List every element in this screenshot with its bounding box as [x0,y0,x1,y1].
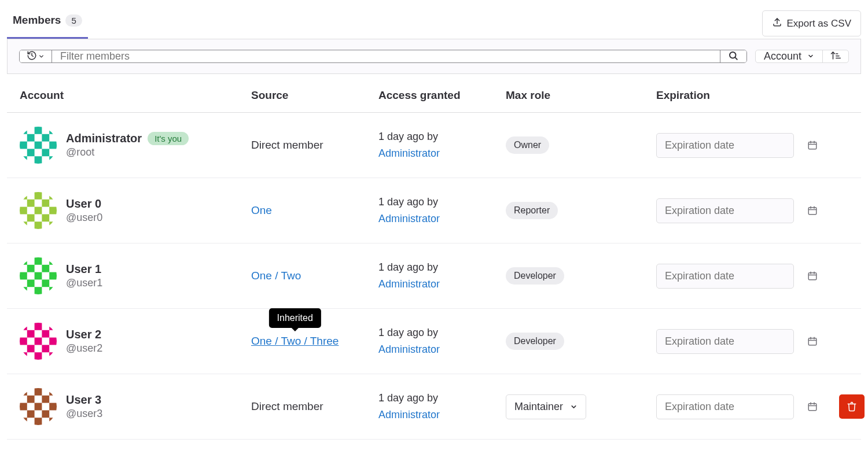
svg-rect-86 [35,418,42,425]
delete-button[interactable] [839,394,865,419]
access-by-link[interactable]: Administrator [378,213,440,224]
svg-rect-11 [42,134,49,142]
svg-rect-44 [27,265,35,272]
calendar-icon [807,205,818,216]
svg-rect-64 [35,338,42,345]
role-badge: Developer [506,333,564,350]
access-by-link[interactable]: Administrator [378,147,440,159]
expiration-input[interactable] [657,395,807,419]
expiration-input[interactable] [657,330,807,353]
col-expiration: Expiration [656,89,830,102]
source-text: Direct member [251,139,323,151]
svg-rect-29 [20,207,27,215]
svg-rect-12 [20,142,27,149]
table-row: User 0 @user0 One 1 day ago by Administr… [7,178,861,243]
expiration-cell [656,329,830,354]
user-handle: @user0 [66,212,102,224]
svg-rect-37 [808,208,816,215]
table-header: Account Source Access granted Max role E… [7,74,861,113]
user-handle: @user1 [66,277,102,289]
tab-members-count: 5 [65,14,82,27]
calendar-icon [807,336,818,346]
svg-rect-35 [35,222,42,229]
tab-members[interactable]: Members 5 [7,6,88,39]
col-account: Account [20,89,251,102]
access-time: 1 day ago by [378,392,438,404]
user-handle: @root [66,146,189,158]
sort-direction-button[interactable] [823,50,848,62]
svg-rect-79 [42,396,49,403]
role-select[interactable]: Maintainer [506,394,586,419]
svg-rect-81 [35,403,42,411]
access-cell: 1 day ago by Administrator [378,128,506,162]
actions-cell [830,394,865,419]
expiration-input-wrap[interactable] [656,329,794,354]
expiration-input-wrap[interactable] [656,264,794,289]
svg-rect-59 [35,323,42,330]
access-by-link[interactable]: Administrator [378,409,440,420]
svg-rect-26 [49,192,57,200]
source-link[interactable]: One / Two [251,270,301,282]
sort-ascending-icon [830,50,841,62]
source-link[interactable]: One [251,204,272,216]
svg-rect-52 [35,287,42,294]
search-icon [728,50,738,62]
access-by-link[interactable]: Administrator [378,344,440,355]
account-cell: Administrator It's you @root [20,127,251,164]
user-name: User 1 [66,263,101,276]
role-badge: Reporter [506,202,558,219]
source-cell: Inherited One / Two / Three [251,335,378,348]
account-cell: User 2 @user2 [20,323,251,360]
sort-select[interactable]: Account [756,50,823,62]
source-cell: One / Two [251,270,378,282]
access-time: 1 day ago by [378,131,438,142]
svg-rect-62 [42,330,49,338]
source-cell: Direct member [251,400,378,413]
svg-rect-85 [20,418,27,425]
access-cell: 1 day ago by Administrator [378,194,506,227]
expiration-input[interactable] [657,264,807,288]
upload-icon [772,17,782,30]
calendar-icon [807,401,818,412]
svg-rect-36 [49,222,57,229]
expiration-input[interactable] [657,199,807,223]
source-cell: Direct member [251,139,378,152]
svg-rect-54 [808,273,816,280]
history-icon [27,50,37,62]
user-name: User 2 [66,328,101,341]
svg-rect-77 [49,388,57,396]
svg-rect-27 [27,200,35,207]
expiration-input[interactable] [657,134,807,157]
expiration-input-wrap[interactable] [656,198,794,223]
access-time: 1 day ago by [378,327,438,338]
svg-rect-20 [808,142,816,149]
expiration-input-wrap[interactable] [656,394,794,419]
svg-rect-30 [35,207,42,215]
svg-rect-34 [20,222,27,229]
search-button[interactable] [720,50,746,62]
svg-rect-46 [20,272,27,280]
user-handle: @user2 [66,342,102,355]
source-link[interactable]: One / Two / Three [251,335,339,347]
you-badge: It's you [148,132,189,145]
svg-rect-50 [42,279,49,287]
filter-history-button[interactable] [20,50,52,62]
role-badge: Developer [506,267,564,285]
svg-rect-47 [35,272,42,280]
source-tooltip: Inherited [269,308,321,328]
svg-line-2 [735,57,737,59]
svg-rect-80 [20,403,27,411]
filter-input[interactable] [52,50,720,62]
access-by-link[interactable]: Administrator [378,278,440,290]
svg-rect-78 [27,396,35,403]
export-csv-button[interactable]: Export as CSV [762,10,862,36]
svg-rect-17 [20,156,27,164]
source-cell: One [251,204,378,217]
svg-rect-75 [20,388,27,396]
svg-rect-87 [49,418,57,425]
topbar: Members 5 Export as CSV [7,6,861,39]
export-csv-label: Export as CSV [787,18,852,29]
svg-rect-15 [27,149,35,156]
svg-rect-53 [49,287,57,294]
expiration-input-wrap[interactable] [656,133,794,158]
